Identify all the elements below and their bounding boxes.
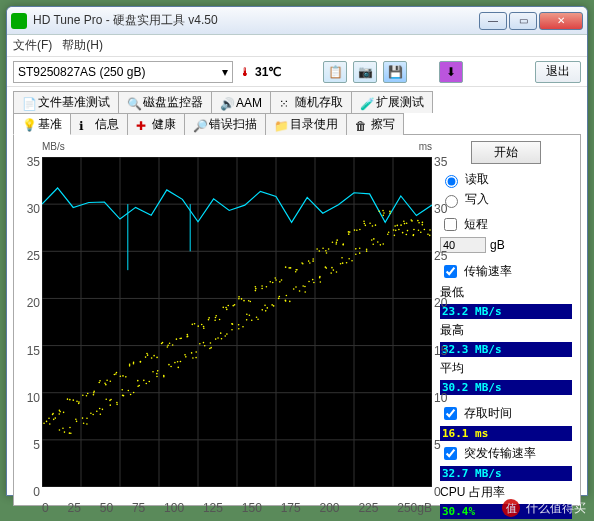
svg-point-153 bbox=[220, 332, 222, 334]
svg-point-272 bbox=[363, 220, 365, 222]
down-button[interactable]: ⬇ bbox=[439, 61, 463, 83]
svg-point-303 bbox=[422, 222, 424, 224]
svg-point-152 bbox=[215, 315, 217, 317]
svg-point-260 bbox=[348, 233, 350, 235]
svg-point-278 bbox=[372, 243, 374, 245]
svg-point-75 bbox=[115, 373, 117, 375]
svg-point-186 bbox=[266, 286, 268, 288]
svg-point-81 bbox=[121, 389, 123, 391]
svg-point-149 bbox=[214, 319, 216, 321]
svg-point-106 bbox=[152, 371, 154, 373]
minimize-button[interactable]: — bbox=[479, 12, 507, 30]
svg-point-107 bbox=[156, 373, 158, 375]
svg-point-158 bbox=[221, 338, 223, 340]
svg-point-239 bbox=[333, 269, 335, 271]
close-button[interactable]: ✕ bbox=[539, 12, 583, 30]
svg-point-154 bbox=[226, 333, 228, 335]
test-icon: 🧪 bbox=[360, 97, 372, 109]
titlebar[interactable]: HD Tune Pro - 硬盘实用工具 v4.50 — ▭ ✕ bbox=[7, 7, 587, 35]
svg-point-308 bbox=[422, 224, 424, 226]
svg-point-66 bbox=[99, 380, 101, 382]
tab-file-benchmark[interactable]: 📄文件基准测试 bbox=[13, 91, 119, 113]
svg-point-31 bbox=[63, 412, 65, 414]
svg-point-284 bbox=[382, 215, 384, 217]
tab-erase[interactable]: 🗑擦写 bbox=[346, 113, 404, 135]
svg-point-256 bbox=[354, 229, 356, 231]
svg-point-83 bbox=[133, 392, 135, 394]
svg-point-254 bbox=[342, 262, 344, 264]
menu-help[interactable]: 帮助(H) bbox=[62, 37, 103, 54]
tab-random-access[interactable]: ⁙随机存取 bbox=[270, 91, 352, 113]
svg-point-280 bbox=[378, 210, 380, 212]
start-button[interactable]: 开始 bbox=[471, 141, 541, 164]
svg-point-253 bbox=[340, 263, 342, 265]
tab-error-scan[interactable]: 🔎错误扫描 bbox=[184, 113, 266, 135]
random-icon: ⁙ bbox=[279, 97, 291, 109]
svg-point-224 bbox=[312, 258, 314, 260]
tab-health[interactable]: ✚健康 bbox=[127, 113, 185, 135]
svg-point-228 bbox=[308, 281, 310, 283]
svg-point-233 bbox=[322, 247, 324, 249]
svg-point-298 bbox=[407, 230, 409, 232]
svg-point-219 bbox=[312, 260, 314, 262]
save-button[interactable]: 💾 bbox=[383, 61, 407, 83]
tab-body: MB/s ms 35302520151050 35302520151050 02… bbox=[13, 134, 581, 506]
maximize-button[interactable]: ▭ bbox=[509, 12, 537, 30]
svg-point-67 bbox=[98, 382, 100, 384]
svg-point-163 bbox=[222, 307, 224, 309]
svg-point-161 bbox=[234, 304, 236, 306]
menu-file[interactable]: 文件(F) bbox=[13, 37, 52, 54]
svg-point-271 bbox=[369, 222, 371, 224]
tab-info[interactable]: ℹ信息 bbox=[70, 113, 128, 135]
svg-point-131 bbox=[184, 354, 186, 356]
svg-point-109 bbox=[163, 376, 165, 378]
svg-point-288 bbox=[395, 230, 397, 232]
side-panel: 开始 读取 写入 短程 gB 传输速率 最低 23.2 MB/s 最高 32.3… bbox=[440, 141, 572, 499]
svg-point-98 bbox=[137, 380, 139, 382]
tab-folder-usage[interactable]: 📁目录使用 bbox=[265, 113, 347, 135]
access-value: 16.1 ms bbox=[440, 426, 572, 441]
svg-point-191 bbox=[267, 307, 269, 309]
avg-label: 平均 bbox=[440, 360, 572, 377]
svg-point-261 bbox=[355, 253, 357, 255]
tab-extra-tests[interactable]: 🧪扩展测试 bbox=[351, 91, 433, 113]
svg-point-181 bbox=[251, 319, 253, 321]
svg-point-111 bbox=[167, 345, 169, 347]
drive-label: ST9250827AS (250 gB) bbox=[18, 65, 145, 79]
exit-button[interactable]: 退出 bbox=[535, 61, 581, 83]
svg-point-162 bbox=[227, 305, 229, 307]
svg-point-25 bbox=[54, 417, 56, 419]
drive-select[interactable]: ST9250827AS (250 gB)▾ bbox=[13, 61, 233, 83]
svg-point-151 bbox=[208, 317, 210, 319]
screenshot-button[interactable]: 📷 bbox=[353, 61, 377, 83]
tab-disk-monitor[interactable]: 🔍磁盘监控器 bbox=[118, 91, 212, 113]
axis-y-right: 35302520151050 bbox=[434, 155, 452, 499]
svg-point-60 bbox=[90, 412, 92, 414]
svg-point-115 bbox=[172, 344, 174, 346]
svg-point-150 bbox=[208, 319, 210, 321]
svg-point-314 bbox=[429, 229, 431, 231]
svg-point-210 bbox=[290, 267, 292, 269]
tab-benchmark[interactable]: 💡基准 bbox=[13, 113, 71, 135]
svg-point-40 bbox=[73, 399, 75, 401]
temp-label: 31℃ bbox=[255, 65, 281, 79]
svg-point-135 bbox=[203, 326, 205, 328]
svg-point-87 bbox=[129, 363, 131, 365]
svg-point-49 bbox=[82, 417, 84, 419]
watermark-text: 什么值得买 bbox=[526, 500, 586, 517]
svg-point-206 bbox=[285, 300, 287, 302]
svg-point-199 bbox=[281, 279, 283, 281]
svg-point-190 bbox=[261, 309, 263, 311]
burst-label: 突发传输速率 bbox=[464, 445, 536, 462]
svg-point-21 bbox=[49, 423, 51, 425]
svg-point-275 bbox=[377, 241, 379, 243]
svg-point-143 bbox=[204, 345, 206, 347]
svg-point-279 bbox=[383, 212, 385, 214]
copy-button[interactable]: 📋 bbox=[323, 61, 347, 83]
svg-point-116 bbox=[167, 346, 169, 348]
svg-point-164 bbox=[226, 309, 228, 311]
svg-point-238 bbox=[336, 271, 338, 273]
info-icon: ℹ bbox=[79, 119, 91, 131]
svg-point-252 bbox=[346, 262, 348, 264]
tab-aam[interactable]: 🔊AAM bbox=[211, 91, 271, 113]
